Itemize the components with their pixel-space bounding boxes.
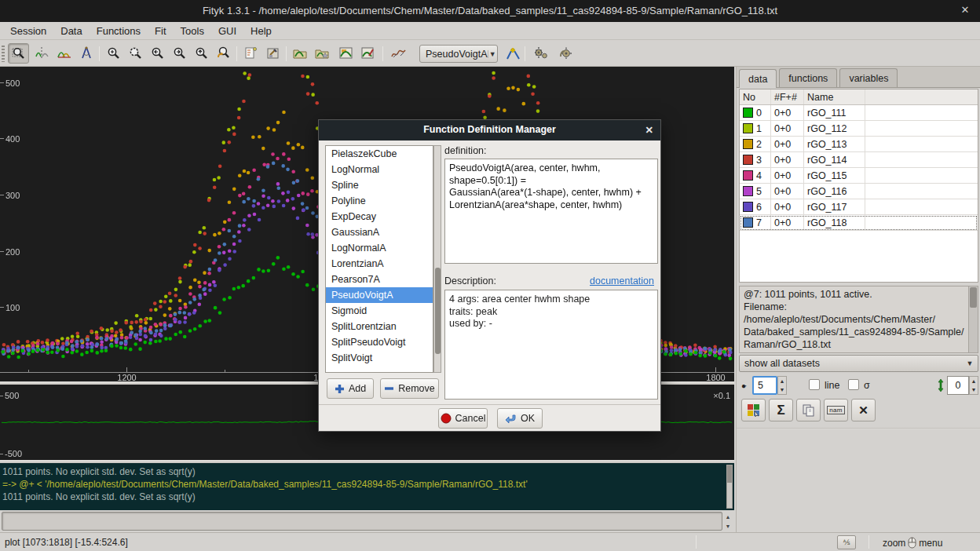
dataset-color-swatch[interactable] — [743, 186, 753, 196]
load-data-append-button[interactable] — [312, 43, 333, 64]
tab-variables[interactable]: variables — [839, 68, 898, 87]
console-scrollbar[interactable] — [726, 465, 733, 509]
copy-data-button[interactable] — [796, 399, 821, 421]
fit-undo-button[interactable] — [555, 43, 576, 64]
save-script-button[interactable] — [357, 43, 378, 64]
coordinates-mode-button[interactable]: ⅍ — [837, 535, 856, 549]
dataset-color-swatch[interactable] — [743, 217, 753, 228]
menu-functions[interactable]: Functions — [90, 23, 148, 39]
function-list-item[interactable]: LogNormalA — [326, 240, 433, 256]
dialog-close-icon[interactable]: ✕ — [645, 124, 653, 136]
dataset-row-rGO_114[interactable]: 30+0rGO_114 — [740, 152, 978, 168]
dataset-row-rGO_111[interactable]: 00+0rGO_111 — [740, 105, 978, 121]
sigma-checkbox[interactable] — [848, 379, 859, 390]
delete-dataset-button[interactable]: ✕ — [851, 399, 876, 421]
menu-data[interactable]: Data — [53, 23, 89, 39]
sigma-label: σ — [864, 380, 870, 391]
minus-icon — [384, 385, 394, 392]
zoom-previous-button[interactable] — [213, 43, 234, 64]
dataset-colors-button[interactable] — [741, 399, 766, 421]
point-size-spinner[interactable]: 5 — [752, 376, 777, 395]
add-peak-mode-button[interactable] — [53, 43, 75, 64]
function-list-scrollbar[interactable] — [433, 145, 441, 373]
dataset-color-swatch[interactable] — [743, 123, 753, 133]
function-list-item[interactable]: PielaszekCube — [326, 146, 433, 162]
data-editor-button[interactable] — [240, 43, 261, 64]
command-input[interactable] — [2, 512, 722, 531]
info-scrollbar[interactable] — [968, 286, 978, 352]
shift-arrows[interactable]: ▲▼ — [969, 376, 978, 395]
data-transform-button[interactable] — [262, 43, 283, 64]
line-checkbox[interactable] — [809, 379, 820, 390]
zoom-mode-button[interactable] — [8, 43, 29, 64]
dataset-filter-combo[interactable]: show all datasets ▼ — [739, 355, 978, 372]
dataset-row-rGO_117[interactable]: 60+0rGO_117 — [740, 199, 978, 215]
command-history-spinner[interactable]: ▲▼ — [723, 512, 733, 531]
shift-value-box[interactable]: 0 — [947, 376, 969, 395]
point-size-arrows[interactable]: ▲▼ — [777, 376, 787, 395]
definition-textarea[interactable]: PseudoVoigtA(area, center, hwhm, shape=0… — [444, 159, 658, 264]
dataset-color-swatch[interactable] — [743, 202, 753, 212]
function-list-item[interactable]: Spline — [326, 177, 433, 193]
documentation-link[interactable]: documentation — [590, 276, 654, 286]
mouse-icon — [908, 537, 916, 549]
function-list-item[interactable]: SplitLorentzian — [326, 319, 433, 334]
ok-button[interactable]: OK — [497, 408, 543, 429]
dataset-info: @7: 1011 points, 1011 active. Filename: … — [739, 286, 978, 353]
add-function-button[interactable] — [503, 43, 524, 64]
zoom-in-button[interactable] — [103, 43, 124, 64]
window-close-icon[interactable]: ✕ — [958, 4, 972, 18]
dataset-color-swatch[interactable] — [743, 170, 753, 181]
dataset-row-rGO_113[interactable]: 20+0rGO_113 — [740, 137, 978, 152]
command-row: ▲▼ — [0, 510, 734, 532]
dataset-row-rGO_115[interactable]: 40+0rGO_115 — [740, 168, 978, 184]
zoom-right-button[interactable] — [169, 43, 190, 64]
zoom-fit-button[interactable] — [125, 43, 146, 64]
dialog-title-bar[interactable]: Function Definition Manager ✕ — [319, 120, 660, 140]
data-range-mode-button[interactable] — [31, 43, 53, 64]
dataset-color-swatch[interactable] — [743, 155, 753, 165]
function-list-item[interactable]: GaussianA — [326, 224, 433, 240]
function-list-item[interactable]: Pearson7A — [326, 272, 433, 287]
menu-tools[interactable]: Tools — [174, 23, 211, 39]
cancel-button[interactable]: Cancel — [438, 408, 488, 429]
tab-data[interactable]: data — [739, 69, 777, 88]
function-list-item[interactable]: ExpDecay — [326, 209, 433, 224]
menu-session[interactable]: Session — [3, 23, 53, 39]
dataset-row-rGO_116[interactable]: 50+0rGO_116 — [740, 184, 978, 199]
window-title: Fityk 1.3.1 - /home/aleplo/test/Document… — [0, 5, 980, 16]
load-data-button[interactable] — [290, 43, 311, 64]
sum-button[interactable]: Σ — [769, 399, 793, 421]
function-list-item[interactable]: LogNormal — [326, 162, 433, 177]
fit-run-button[interactable] — [530, 43, 551, 64]
function-list-item[interactable]: Polyline — [326, 193, 433, 209]
function-list-item[interactable]: SplitPseudoVoigt — [326, 334, 433, 350]
vertical-shift-icon — [937, 378, 945, 392]
function-list-item[interactable]: SplitVoigt — [326, 350, 433, 366]
rename-button[interactable]: nam — [824, 399, 848, 421]
function-list-item[interactable]: Sigmoid — [326, 303, 433, 319]
combo-arrow-icon: ▼ — [488, 50, 497, 58]
zoom-left-button[interactable] — [147, 43, 168, 64]
menu-help[interactable]: Help — [243, 23, 279, 39]
auto-guess-button[interactable] — [388, 43, 409, 64]
menu-gui[interactable]: GUI — [211, 23, 243, 39]
dataset-row-rGO_112[interactable]: 10+0rGO_112 — [740, 121, 978, 137]
function-type-combo[interactable]: PseudoVoigtA ▼ — [419, 45, 498, 63]
view-script-button[interactable] — [335, 43, 357, 64]
width-mode-button[interactable] — [75, 43, 97, 64]
remove-function-definition-button[interactable]: Remove — [380, 378, 439, 399]
dataset-color-swatch[interactable] — [743, 108, 753, 118]
dialog-title: Function Definition Manager — [319, 124, 660, 135]
menu-bar: SessionDataFunctionsFitToolsGUIHelp — [0, 22, 980, 40]
function-list-item[interactable]: LorentzianA — [326, 256, 433, 272]
tab-functions[interactable]: functions — [779, 68, 837, 87]
dataset-row-rGO_118[interactable]: 70+0rGO_118 — [740, 215, 978, 231]
dataset-color-swatch[interactable] — [743, 139, 753, 149]
zoom-vertical-button[interactable] — [191, 43, 212, 64]
dataset-table-header: No #F+# Name — [740, 89, 978, 105]
menu-fit[interactable]: Fit — [148, 23, 173, 39]
function-list-item[interactable]: PseudoVoigtA — [326, 287, 433, 303]
add-function-definition-button[interactable]: Add — [327, 378, 374, 399]
plot-range-status: plot [1073:1818] [-15.4:524.6] — [5, 537, 128, 548]
